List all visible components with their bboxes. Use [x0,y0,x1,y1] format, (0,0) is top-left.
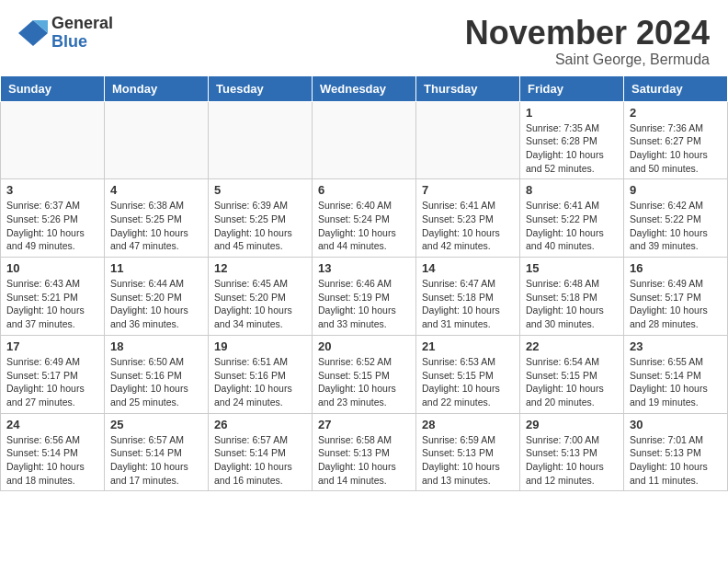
title-area: November 2024 Saint George, Bermuda [465,15,710,68]
day-info: Sunrise: 7:36 AM Sunset: 6:27 PM Dayligh… [630,121,722,176]
calendar-cell: 1Sunrise: 7:35 AM Sunset: 6:28 PM Daylig… [520,101,624,179]
calendar-cell: 18Sunrise: 6:50 AM Sunset: 5:16 PM Dayli… [105,335,209,413]
day-info: Sunrise: 6:49 AM Sunset: 5:17 PM Dayligh… [6,355,98,409]
calendar-cell [1,101,105,179]
calendar-cell: 11Sunrise: 6:44 AM Sunset: 5:20 PM Dayli… [105,258,209,336]
day-number: 7 [422,183,514,197]
day-number: 20 [318,339,410,353]
day-number: 19 [214,339,306,353]
calendar-cell: 26Sunrise: 6:57 AM Sunset: 5:14 PM Dayli… [209,413,313,491]
logo: General Blue [18,15,113,52]
day-info: Sunrise: 6:47 AM Sunset: 5:18 PM Dayligh… [422,277,514,331]
day-info: Sunrise: 6:43 AM Sunset: 5:21 PM Dayligh… [6,277,98,331]
day-info: Sunrise: 7:01 AM Sunset: 5:13 PM Dayligh… [630,433,722,488]
calendar-cell: 19Sunrise: 6:51 AM Sunset: 5:16 PM Dayli… [209,335,313,413]
calendar-cell: 23Sunrise: 6:55 AM Sunset: 5:14 PM Dayli… [624,335,728,413]
calendar-cell [416,101,520,179]
calendar-week-row: 3Sunrise: 6:37 AM Sunset: 5:26 PM Daylig… [1,179,728,258]
day-info: Sunrise: 6:46 AM Sunset: 5:19 PM Dayligh… [318,277,410,331]
day-number: 11 [110,261,202,275]
calendar-cell: 4Sunrise: 6:38 AM Sunset: 5:25 PM Daylig… [105,179,209,258]
calendar-cell: 8Sunrise: 6:41 AM Sunset: 5:22 PM Daylig… [520,179,624,258]
calendar-cell: 25Sunrise: 6:57 AM Sunset: 5:14 PM Dayli… [105,413,209,491]
day-number: 14 [422,261,514,275]
day-number: 15 [526,261,618,275]
day-number: 4 [110,183,202,197]
day-info: Sunrise: 6:50 AM Sunset: 5:16 PM Dayligh… [110,355,202,409]
calendar-cell: 13Sunrise: 6:46 AM Sunset: 5:19 PM Dayli… [313,258,416,336]
calendar-week-row: 10Sunrise: 6:43 AM Sunset: 5:21 PM Dayli… [1,258,728,336]
day-info: Sunrise: 6:39 AM Sunset: 5:25 PM Dayligh… [214,199,306,253]
logo-icon [18,20,48,46]
weekday-header-sunday: Sunday [1,75,105,101]
day-number: 16 [630,261,722,275]
day-number: 5 [214,183,306,197]
calendar-cell: 30Sunrise: 7:01 AM Sunset: 5:13 PM Dayli… [624,413,728,491]
day-number: 26 [214,418,306,431]
day-info: Sunrise: 6:54 AM Sunset: 5:15 PM Dayligh… [526,355,618,409]
day-number: 30 [630,418,722,431]
weekday-header-saturday: Saturday [624,75,728,101]
day-info: Sunrise: 6:59 AM Sunset: 5:13 PM Dayligh… [422,433,514,488]
day-number: 17 [6,339,98,353]
logo-text: General Blue [51,15,113,52]
calendar-cell: 24Sunrise: 6:56 AM Sunset: 5:14 PM Dayli… [1,413,105,491]
day-number: 10 [6,261,98,275]
calendar-cell: 28Sunrise: 6:59 AM Sunset: 5:13 PM Dayli… [416,413,520,491]
calendar-table: SundayMondayTuesdayWednesdayThursdayFrid… [0,75,728,492]
calendar-cell: 27Sunrise: 6:58 AM Sunset: 5:13 PM Dayli… [313,413,416,491]
logo-blue-text: Blue [51,33,113,52]
calendar-cell: 6Sunrise: 6:40 AM Sunset: 5:24 PM Daylig… [313,179,416,258]
day-info: Sunrise: 6:53 AM Sunset: 5:15 PM Dayligh… [422,355,514,409]
day-info: Sunrise: 6:57 AM Sunset: 5:14 PM Dayligh… [214,433,306,488]
calendar-week-row: 24Sunrise: 6:56 AM Sunset: 5:14 PM Dayli… [1,413,728,491]
day-info: Sunrise: 6:42 AM Sunset: 5:22 PM Dayligh… [630,199,722,253]
day-number: 18 [110,339,202,353]
day-number: 27 [318,418,410,431]
day-info: Sunrise: 6:49 AM Sunset: 5:17 PM Dayligh… [630,277,722,331]
day-info: Sunrise: 6:41 AM Sunset: 5:22 PM Dayligh… [526,199,618,253]
day-info: Sunrise: 6:55 AM Sunset: 5:14 PM Dayligh… [630,355,722,409]
day-info: Sunrise: 6:37 AM Sunset: 5:26 PM Dayligh… [6,199,98,253]
month-title: November 2024 [465,15,710,52]
day-info: Sunrise: 6:41 AM Sunset: 5:23 PM Dayligh… [422,199,514,253]
day-number: 2 [630,106,722,120]
day-number: 23 [630,339,722,353]
calendar-cell: 16Sunrise: 6:49 AM Sunset: 5:17 PM Dayli… [624,258,728,336]
calendar-cell: 22Sunrise: 6:54 AM Sunset: 5:15 PM Dayli… [520,335,624,413]
day-number: 12 [214,261,306,275]
calendar-cell: 20Sunrise: 6:52 AM Sunset: 5:15 PM Dayli… [313,335,416,413]
day-info: Sunrise: 6:40 AM Sunset: 5:24 PM Dayligh… [318,199,410,253]
calendar-cell: 9Sunrise: 6:42 AM Sunset: 5:22 PM Daylig… [624,179,728,258]
calendar-cell: 21Sunrise: 6:53 AM Sunset: 5:15 PM Dayli… [416,335,520,413]
calendar-cell [105,101,209,179]
day-number: 9 [630,183,722,197]
location-subtitle: Saint George, Bermuda [465,52,710,68]
day-number: 22 [526,339,618,353]
day-info: Sunrise: 6:51 AM Sunset: 5:16 PM Dayligh… [214,355,306,409]
day-number: 29 [526,418,618,431]
logo-general-text: General [51,15,113,33]
page: General Blue November 2024 Saint George,… [0,0,728,491]
day-number: 24 [6,418,98,431]
day-info: Sunrise: 6:44 AM Sunset: 5:20 PM Dayligh… [110,277,202,331]
calendar-cell: 15Sunrise: 6:48 AM Sunset: 5:18 PM Dayli… [520,258,624,336]
day-info: Sunrise: 6:38 AM Sunset: 5:25 PM Dayligh… [110,199,202,253]
day-number: 25 [110,418,202,431]
weekday-header-thursday: Thursday [416,75,520,101]
day-info: Sunrise: 6:48 AM Sunset: 5:18 PM Dayligh… [526,277,618,331]
weekday-header-tuesday: Tuesday [209,75,313,101]
calendar-cell: 29Sunrise: 7:00 AM Sunset: 5:13 PM Dayli… [520,413,624,491]
calendar-week-row: 1Sunrise: 7:35 AM Sunset: 6:28 PM Daylig… [1,101,728,179]
day-number: 21 [422,339,514,353]
day-info: Sunrise: 7:35 AM Sunset: 6:28 PM Dayligh… [526,121,618,176]
calendar-cell: 17Sunrise: 6:49 AM Sunset: 5:17 PM Dayli… [1,335,105,413]
calendar-cell: 5Sunrise: 6:39 AM Sunset: 5:25 PM Daylig… [209,179,313,258]
day-info: Sunrise: 6:56 AM Sunset: 5:14 PM Dayligh… [6,433,98,488]
calendar-cell: 10Sunrise: 6:43 AM Sunset: 5:21 PM Dayli… [1,258,105,336]
day-info: Sunrise: 6:45 AM Sunset: 5:20 PM Dayligh… [214,277,306,331]
calendar-cell [209,101,313,179]
day-number: 8 [526,183,618,197]
calendar-week-row: 17Sunrise: 6:49 AM Sunset: 5:17 PM Dayli… [1,335,728,413]
weekday-header-row: SundayMondayTuesdayWednesdayThursdayFrid… [1,75,728,101]
